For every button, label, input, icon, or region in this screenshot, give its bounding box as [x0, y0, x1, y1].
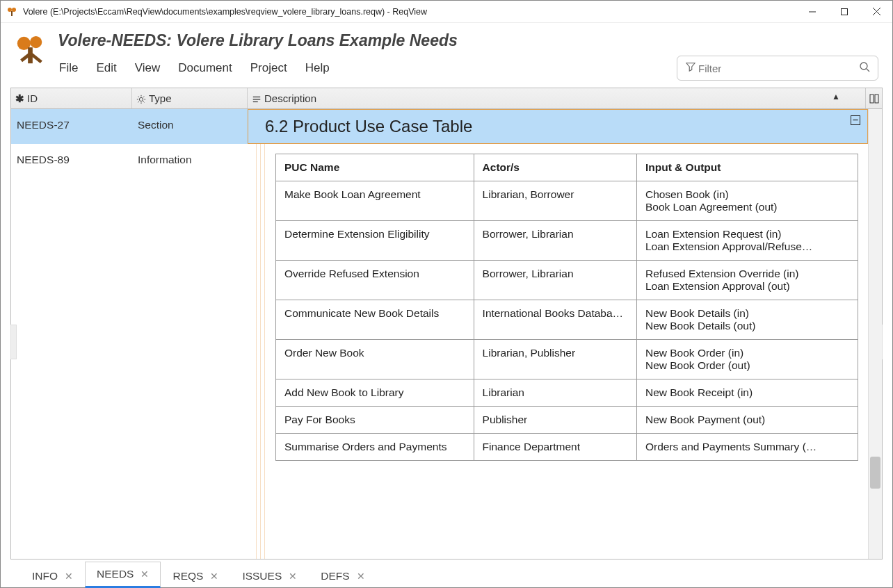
close-tab-icon[interactable]: ✕ [65, 571, 73, 582]
cell-puc-name: Add New Book to Library [276, 379, 474, 407]
cell-actors: Borrower, Librarian [474, 221, 636, 261]
column-header-description-label: Description [264, 92, 316, 104]
columns-chooser-button[interactable] [865, 88, 882, 108]
content: ✱ ID Type Description ▲ [1, 85, 892, 587]
tab-label: ISSUES [242, 570, 282, 582]
cell-id: NEEDS-89 [11, 144, 132, 166]
tab-needs[interactable]: NEEDS✕ [85, 562, 161, 588]
column-header-description[interactable]: Description ▲ [248, 88, 865, 108]
table-row[interactable]: Make Book Loan AgreementLibrarian, Borro… [276, 181, 858, 221]
grid-header: ✱ ID Type Description ▲ [11, 88, 882, 109]
cell-type: Section [132, 109, 248, 144]
vertical-scrollbar[interactable] [868, 109, 882, 559]
close-tab-icon[interactable]: ✕ [210, 571, 218, 582]
close-tab-icon[interactable]: ✕ [289, 571, 297, 582]
app-icon [6, 6, 17, 17]
svg-point-12 [139, 97, 143, 101]
grid-row[interactable]: NEEDS-27 Section [11, 109, 248, 144]
svg-line-19 [138, 101, 139, 102]
cell-io: New Book Receipt (in) [636, 379, 858, 407]
section-heading[interactable]: 6.2 Product Use Case Table − [248, 109, 868, 144]
cell-actors: Finance Department [474, 434, 636, 461]
table-row[interactable]: Override Refused ExtensionBorrower, Libr… [276, 261, 858, 300]
window-controls [796, 1, 892, 22]
table-row[interactable]: Add New Book to LibraryLibrarianNew Book… [276, 379, 858, 407]
menu-edit[interactable]: Edit [95, 60, 118, 76]
filter-input[interactable] [697, 62, 858, 75]
tab-label: DEFS [321, 570, 349, 582]
cell-io: New Book Payment (out) [636, 407, 858, 434]
menu-file[interactable]: File [58, 60, 79, 76]
tab-label: NEEDS [97, 568, 134, 580]
close-tab-icon[interactable]: ✕ [140, 569, 149, 580]
filter-box[interactable] [677, 56, 878, 81]
scrollbar-thumb[interactable] [870, 457, 880, 489]
cell-puc-name: Communicate New Book Details [276, 300, 474, 340]
svg-rect-4 [842, 8, 848, 15]
filter-icon [684, 62, 697, 74]
description-content: PUC Name Actor/s Input & Output Make Boo… [248, 144, 868, 559]
cell-io: Refused Extension Override (in)Loan Exte… [636, 261, 858, 300]
svg-line-20 [143, 101, 144, 102]
cell-puc-name: Order New Book [276, 340, 474, 379]
close-tab-icon[interactable]: ✕ [357, 571, 365, 582]
tab-label: REQS [172, 570, 203, 582]
cell-puc-name: Pay For Books [276, 407, 474, 434]
cell-actors: Librarian, Publisher [474, 340, 636, 379]
table-row[interactable]: Pay For BooksPublisherNew Book Payment (… [276, 407, 858, 434]
search-icon[interactable] [858, 61, 871, 75]
cell-puc-name: Override Refused Extension [276, 261, 474, 300]
column-header-type-label: Type [149, 92, 172, 104]
column-header-type[interactable]: Type [132, 88, 248, 108]
tab-info[interactable]: INFO✕ [20, 564, 85, 588]
maximize-button[interactable] [828, 1, 860, 22]
document-tabs: INFO✕NEEDS✕REQS✕ISSUES✕DEFS✕ [10, 560, 883, 587]
cell-io: New Book Details (in)New Book Details (o… [636, 300, 858, 340]
grid-row[interactable]: NEEDS-89 Information [11, 144, 248, 547]
left-columns: NEEDS-27 Section NEEDS-89 Information [11, 109, 248, 559]
section-heading-label: 6.2 Product Use Case Table [265, 117, 472, 136]
svg-line-11 [867, 69, 869, 72]
close-button[interactable] [860, 1, 892, 22]
menu-document[interactable]: Document [177, 60, 233, 76]
menu-project[interactable]: Project [249, 60, 289, 76]
tab-issues[interactable]: ISSUES✕ [230, 564, 309, 588]
cell-puc-name: Summarise Orders and Payments [276, 434, 474, 461]
svg-point-8 [30, 36, 42, 48]
cell-puc-name: Make Book Loan Agreement [276, 181, 474, 221]
logo-icon [15, 34, 47, 66]
svg-point-10 [860, 63, 867, 70]
th-io: Input & Output [636, 154, 858, 181]
table-row[interactable]: Communicate New Book DetailsInternationa… [276, 300, 858, 340]
list-icon [252, 92, 262, 104]
table-row[interactable]: Summarise Orders and PaymentsFinance Dep… [276, 434, 858, 461]
column-header-id[interactable]: ✱ ID [11, 88, 132, 108]
use-case-table: PUC Name Actor/s Input & Output Make Boo… [275, 154, 858, 461]
cell-io: Orders and Payments Summary (… [636, 434, 858, 461]
table-row[interactable]: Order New BookLibrarian, PublisherNew Bo… [276, 340, 858, 379]
tab-label: INFO [32, 570, 58, 582]
cell-actors: Librarian [474, 379, 636, 407]
grid: ✱ ID Type Description ▲ [10, 88, 883, 560]
table-header-row: PUC Name Actor/s Input & Output [276, 154, 858, 181]
header: Volere-NEEDS: Volere Library Loans Examp… [1, 23, 892, 85]
cell-puc-name: Determine Extension Eligibility [276, 221, 474, 261]
cell-type: Information [132, 144, 248, 166]
svg-rect-25 [875, 95, 878, 103]
cell-actors: Borrower, Librarian [474, 261, 636, 300]
asterisk-icon: ✱ [15, 92, 24, 105]
cell-actors: Librarian, Borrower [474, 181, 636, 221]
table-row[interactable]: Determine Extension EligibilityBorrower,… [276, 221, 858, 261]
menu-view[interactable]: View [134, 60, 162, 76]
tab-defs[interactable]: DEFS✕ [309, 564, 376, 588]
menu-help[interactable]: Help [304, 60, 331, 76]
cell-io: Loan Extension Request (in)Loan Extensio… [636, 221, 858, 261]
collapse-icon[interactable]: − [851, 115, 860, 125]
minimize-button[interactable] [796, 1, 828, 22]
cell-actors: Publisher [474, 407, 636, 434]
sort-indicator-icon: ▲ [832, 92, 840, 101]
svg-line-18 [143, 97, 144, 97]
cell-io: New Book Order (in)New Book Order (out) [636, 340, 858, 379]
tab-reqs[interactable]: REQS✕ [161, 564, 230, 588]
gear-icon [136, 92, 146, 104]
